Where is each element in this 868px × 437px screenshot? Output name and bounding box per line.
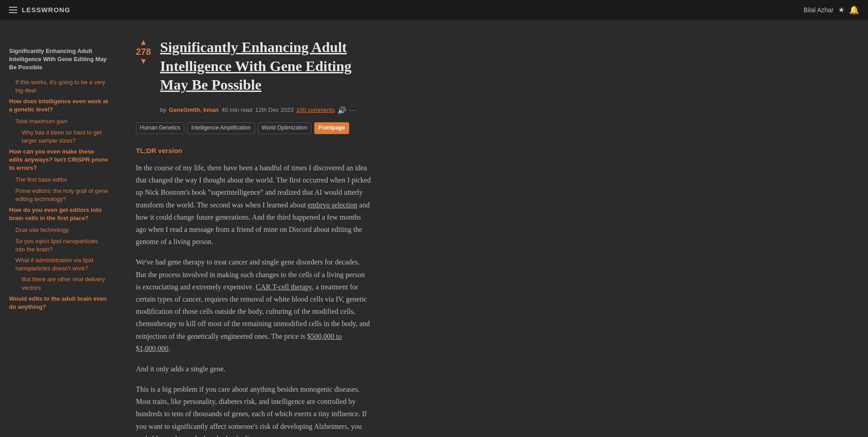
byline: by GeneSmith, kman 40 min read 12th Dec … <box>160 105 371 116</box>
star-icon[interactable]: ★ <box>838 4 844 16</box>
toc-item-toc-12[interactable]: Would edits to the adult brain even do a… <box>9 295 109 311</box>
site-title[interactable]: LESSWRONG <box>22 5 70 15</box>
byline-date: 12th Dec 2023 <box>255 106 294 115</box>
toc-item-toc-6[interactable]: Prime editors: the holy grail of gene ed… <box>9 187 109 203</box>
tag-tag-3[interactable]: Frontpage <box>314 122 349 134</box>
toc-main-title[interactable]: Significantly Enhancing Adult Intelligen… <box>9 47 109 72</box>
article-para-para-2: We've had gene therapy to treat cancer a… <box>136 256 371 355</box>
vote-block: ▲ 278 ▼ <box>136 38 151 65</box>
toc-list: If this works, it's going to be a very b… <box>9 78 109 312</box>
vote-down-button[interactable]: ▼ <box>139 57 148 65</box>
byline-comments[interactable]: 100 comments <box>296 106 335 115</box>
tag-tag-0[interactable]: Human Genetics <box>136 122 184 134</box>
tag-tag-2[interactable]: World Optimization <box>258 122 312 134</box>
toc-item-toc-4[interactable]: How can you even make these edits anyway… <box>9 148 109 173</box>
tag-tag-1[interactable]: Intelligence Amplification <box>187 122 254 134</box>
top-nav: LESSWRONG Bilal Azhar ★ 🔔 <box>0 0 868 20</box>
user-name[interactable]: Bilal Azhar <box>804 5 834 15</box>
page-wrapper: Significantly Enhancing Adult Intelligen… <box>0 20 868 437</box>
article-para-para-1: In the course of my life, there have bee… <box>136 162 371 248</box>
nav-right: Bilal Azhar ★ 🔔 <box>804 4 859 17</box>
sidebar: Significantly Enhancing Adult Intelligen… <box>0 20 118 437</box>
byline-more[interactable]: ··· <box>349 105 355 116</box>
main-content: ▲ 278 ▼ Significantly Enhancing Adult In… <box>118 20 389 437</box>
inline-link[interactable]: embryo selection <box>308 201 358 209</box>
nav-left: LESSWRONG <box>9 5 70 15</box>
article-para-para-4: This is a big problem if you care about … <box>136 383 371 437</box>
byline-readtime: 40 min read <box>221 106 253 115</box>
inline-link[interactable]: $500,000 to $1,000,000 <box>136 332 342 352</box>
toc-item-toc-10[interactable]: What if administration via lipid nanopar… <box>9 256 109 273</box>
vote-count: 278 <box>136 46 151 57</box>
bell-icon[interactable]: 🔔 <box>849 4 859 17</box>
toc-item-toc-3[interactable]: Why has it been so hard to get larger sa… <box>9 129 109 145</box>
inline-link[interactable]: CAR T-cell therapy <box>256 283 312 291</box>
vote-and-meta: ▲ 278 ▼ Significantly Enhancing Adult In… <box>136 38 371 116</box>
article-title: Significantly Enhancing Adult Intelligen… <box>160 38 371 95</box>
toc-item-toc-5[interactable]: The first base editor <box>9 176 109 184</box>
byline-by: by <box>160 106 166 115</box>
vote-up-button[interactable]: ▲ <box>139 38 148 46</box>
toc-item-toc-8[interactable]: Dual use technology <box>9 226 109 234</box>
toc-item-toc-11[interactable]: But there are other viral delivery vecto… <box>9 275 109 292</box>
toc-item-toc-7[interactable]: How do you even get editors into brain c… <box>9 206 109 222</box>
byline-authors[interactable]: GeneSmith, kman <box>169 106 219 115</box>
hamburger-icon[interactable] <box>9 7 17 13</box>
tags-row: Human GeneticsIntelligence Amplification… <box>136 122 371 134</box>
byline-audio[interactable]: 🔊 <box>337 105 346 116</box>
toc-item-toc-0[interactable]: If this works, it's going to be a very b… <box>9 78 109 95</box>
toc-item-toc-1[interactable]: How does intelligence even work at a gen… <box>9 97 109 114</box>
tldr-heading[interactable]: TL;DR version <box>136 145 371 157</box>
toc-item-toc-2[interactable]: Total maximum gain <box>9 117 109 125</box>
meta-row: Significantly Enhancing Adult Intelligen… <box>160 38 371 116</box>
article-para-para-3: And it only adds a single gene. <box>136 363 371 375</box>
article-body: TL;DR version In the course of my life, … <box>136 145 371 437</box>
article-paragraphs: In the course of my life, there have bee… <box>136 162 371 437</box>
toc-item-toc-9[interactable]: So you inject lipid nanoparticles into t… <box>9 237 109 254</box>
